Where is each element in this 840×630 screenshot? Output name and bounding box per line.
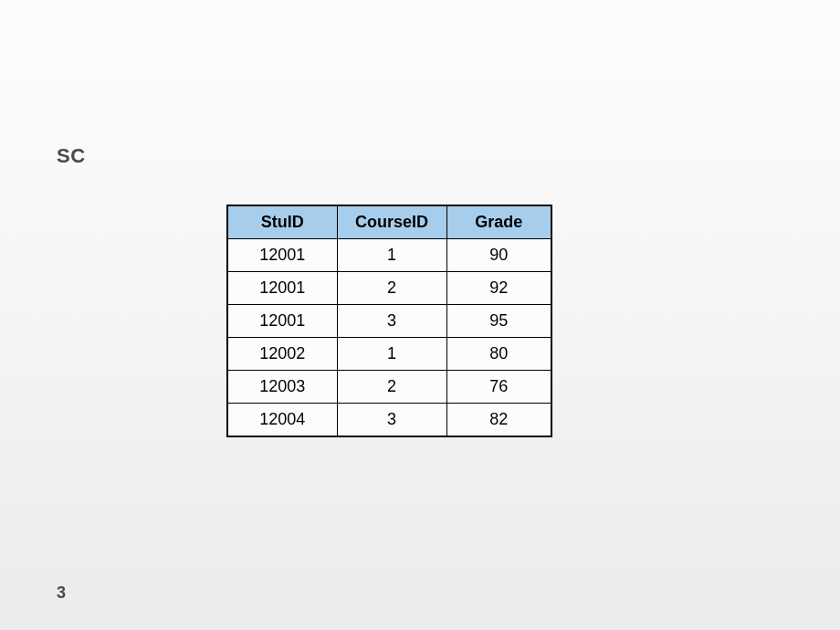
- cell-grade: 76: [446, 371, 551, 404]
- table-row: 12001 3 95: [227, 305, 551, 338]
- sc-table-container: StuID CourseID Grade 12001 1 90 12001 2 …: [226, 205, 552, 437]
- table-header-row: StuID CourseID Grade: [227, 205, 551, 239]
- cell-courseid: 1: [337, 239, 446, 272]
- header-grade: Grade: [446, 205, 551, 239]
- cell-stuid: 12003: [227, 371, 337, 404]
- header-stuid: StuID: [227, 205, 337, 239]
- table-row: 12003 2 76: [227, 371, 551, 404]
- cell-grade: 92: [446, 272, 551, 305]
- cell-stuid: 12002: [227, 338, 337, 371]
- cell-grade: 95: [446, 305, 551, 338]
- cell-courseid: 2: [337, 272, 446, 305]
- table-row: 12002 1 80: [227, 338, 551, 371]
- cell-grade: 90: [446, 239, 551, 272]
- cell-courseid: 1: [337, 338, 446, 371]
- table-row: 12001 2 92: [227, 272, 551, 305]
- sc-table: StuID CourseID Grade 12001 1 90 12001 2 …: [226, 205, 552, 437]
- cell-stuid: 12001: [227, 272, 337, 305]
- table-row: 12004 3 82: [227, 404, 551, 437]
- slide-title: SC: [57, 144, 86, 168]
- table-row: 12001 1 90: [227, 239, 551, 272]
- cell-grade: 82: [446, 404, 551, 437]
- cell-stuid: 12001: [227, 239, 337, 272]
- cell-courseid: 3: [337, 305, 446, 338]
- page-number: 3: [57, 583, 66, 603]
- cell-stuid: 12001: [227, 305, 337, 338]
- cell-stuid: 12004: [227, 404, 337, 437]
- cell-grade: 80: [446, 338, 551, 371]
- header-courseid: CourseID: [337, 205, 446, 239]
- cell-courseid: 3: [337, 404, 446, 437]
- cell-courseid: 2: [337, 371, 446, 404]
